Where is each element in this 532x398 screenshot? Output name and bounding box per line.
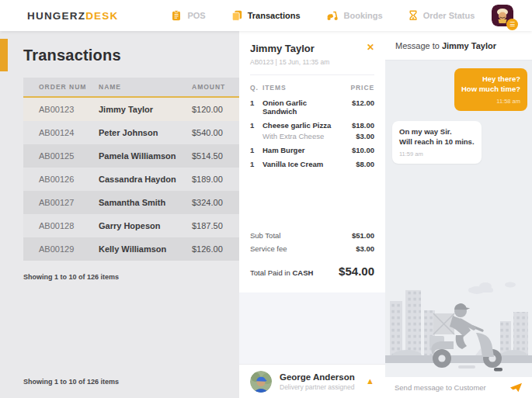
item-price: $3.00 xyxy=(334,132,374,140)
cell-order-num: AB00129 xyxy=(39,244,99,254)
item-qty: 1 xyxy=(250,146,263,154)
showing-count-top: Showing 1 to 10 of 126 items xyxy=(23,273,239,281)
cell-name: Jimmy Taylor xyxy=(99,105,192,114)
table-row[interactable]: AB00126 Cassandra Haydon $189.00 xyxy=(23,168,239,191)
col-qty: Q. xyxy=(250,84,263,92)
item-price: $8.00 xyxy=(334,160,374,168)
item-qty: 1 xyxy=(250,121,263,130)
table-row[interactable]: AB00129 Kelly Williamson $126.00 xyxy=(23,237,239,261)
user-avatar[interactable]: ☰ xyxy=(492,5,513,26)
item-qty: 1 xyxy=(250,99,263,107)
cell-order-num: AB00125 xyxy=(39,151,99,161)
chat-panel: Message to Jimmy Taylor Hey there? How m… xyxy=(385,31,532,398)
send-icon[interactable] xyxy=(509,382,523,393)
table-row[interactable]: AB00128 Garry Hopeson $187.50 xyxy=(23,214,239,237)
delivery-partner-info: George Anderson Delivery partner assigne… xyxy=(280,372,355,391)
page-title: Transactions xyxy=(23,47,121,64)
chat-header: Message to Jimmy Taylor xyxy=(385,31,532,61)
table-row[interactable]: AB00127 Samantha Smith $324.00 xyxy=(23,191,239,214)
col-amount: AMOUNT xyxy=(192,83,239,91)
subtotal-value: $51.00 xyxy=(352,231,374,240)
cell-order-num: AB00127 xyxy=(39,198,99,207)
chat-body: Hey there? How much time? 11:58 am On my… xyxy=(385,61,532,377)
expand-icon[interactable]: ▲ xyxy=(366,377,374,386)
chat-input-bar xyxy=(385,377,532,398)
item-name: Vanilla Ice Cream xyxy=(263,160,334,168)
top-nav: HUNGERZDESK POS Transactions Bookings Or… xyxy=(0,0,532,31)
nav-item-bookings[interactable]: Bookings xyxy=(326,10,383,21)
subtotal-label: Sub Total xyxy=(250,231,280,240)
item-price: $10.00 xyxy=(334,146,374,154)
nav-items: POS Transactions Bookings Order Status xyxy=(171,10,475,21)
chat-message-outgoing: Hey there? How much time? 11:58 am xyxy=(454,68,527,111)
chat-header-name: Jimmy Taylor xyxy=(442,41,496,50)
close-icon[interactable]: ✕ xyxy=(367,43,374,52)
table-row[interactable]: AB00124 Peter Johnson $540.00 xyxy=(23,121,239,144)
nav-item-order-status[interactable]: Order Status xyxy=(409,10,475,21)
delivery-partner-bar[interactable]: George Anderson Delivery partner assigne… xyxy=(239,364,385,398)
payment-method: CASH xyxy=(292,268,313,277)
order-item: 1 Ham Burger $10.00 xyxy=(250,144,374,157)
order-header: Jimmy Taylor AB0123 | 15 Jun, 11:35 am ✕ xyxy=(250,31,374,75)
item-addon-name: With Extra Cheese xyxy=(263,132,334,140)
item-qty: 1 xyxy=(250,160,263,168)
cell-name: Samantha Smith xyxy=(99,198,192,207)
cell-amount: $187.50 xyxy=(192,221,239,230)
nav-item-label: Order Status xyxy=(423,11,475,20)
order-card: Jimmy Taylor AB0123 | 15 Jun, 11:35 am ✕… xyxy=(239,31,385,292)
cell-name: Peter Johnson xyxy=(99,128,192,137)
cell-order-num: AB00124 xyxy=(39,128,99,137)
col-items: ITEMS xyxy=(263,84,334,92)
service-fee-label: Service fee xyxy=(250,244,287,253)
cell-name: Kelly Williamson xyxy=(99,244,192,254)
cell-amount: $324.00 xyxy=(192,198,239,207)
message-time: 11:59 am xyxy=(399,151,475,159)
cell-name: Garry Hopeson xyxy=(99,221,192,230)
table-row[interactable]: AB00123 Jimmy Taylor $120.00 xyxy=(23,98,239,121)
menu-icon[interactable]: ☰ xyxy=(506,19,518,30)
cell-amount: $514.50 xyxy=(192,151,239,161)
cell-order-num: AB00126 xyxy=(39,175,99,184)
item-name: Cheese garlic Pizza xyxy=(263,121,334,130)
chat-input[interactable] xyxy=(395,383,503,392)
item-price: $18.00 xyxy=(334,121,374,130)
brand-primary: HUNGERZ xyxy=(27,10,85,22)
bookings-icon xyxy=(326,10,339,21)
nav-item-label: POS xyxy=(187,11,205,20)
message-line: On my way Sir. xyxy=(399,127,452,136)
order-item-addon: With Extra Cheese $3.00 xyxy=(250,132,374,144)
transactions-panel: Transactions ORDER NUM NAME AMOUNT AB001… xyxy=(0,31,239,398)
cell-amount: $120.00 xyxy=(192,105,239,114)
pos-icon xyxy=(171,10,182,21)
message-line: How much time? xyxy=(461,85,520,93)
nav-item-label: Bookings xyxy=(344,11,383,20)
service-fee-row: Service fee $3.00 xyxy=(250,242,374,255)
col-order-num: ORDER NUM xyxy=(39,83,99,91)
brand-logo: HUNGERZDESK xyxy=(27,10,118,22)
table-row[interactable]: AB00125 Pamela Williamson $514.50 xyxy=(23,144,239,168)
brand-secondary: DESK xyxy=(85,10,118,22)
col-name: NAME xyxy=(99,83,192,91)
transactions-table: ORDER NUM NAME AMOUNT AB00123 Jimmy Tayl… xyxy=(23,78,239,261)
order-meta: AB0123 | 15 Jun, 11:35 am xyxy=(250,58,374,66)
col-price: PRICE xyxy=(334,84,374,92)
item-name: Onion Garlic Sandwich xyxy=(263,99,334,116)
order-item: 1 Onion Garlic Sandwich $12.00 xyxy=(250,95,374,118)
totals-section: Sub Total $51.00 Service fee $3.00 Total… xyxy=(250,229,374,280)
nav-item-pos[interactable]: POS xyxy=(171,10,205,21)
total-label-text: Total Paid in xyxy=(250,268,290,277)
cell-name: Cassandra Haydon xyxy=(99,175,192,184)
cell-amount: $189.00 xyxy=(192,175,239,184)
main-area: Transactions ORDER NUM NAME AMOUNT AB001… xyxy=(0,31,532,398)
nav-item-transactions[interactable]: Transactions xyxy=(231,10,301,21)
showing-count-bottom: Showing 1 to 10 of 126 items xyxy=(23,378,119,386)
delivery-scooter-illustration xyxy=(385,278,532,377)
total-paid-label: Total Paid in CASH xyxy=(250,268,313,277)
message-line: Hey there? xyxy=(482,74,520,83)
cell-order-num: AB00128 xyxy=(39,221,99,230)
order-item: 1 Cheese garlic Pizza $18.00 xyxy=(250,118,374,132)
message-line: Will reach in 10 mins. xyxy=(399,137,475,146)
table-header: ORDER NUM NAME AMOUNT xyxy=(23,78,239,98)
app-window: HUNGERZDESK POS Transactions Bookings Or… xyxy=(0,0,532,398)
cell-amount: $540.00 xyxy=(192,128,239,137)
